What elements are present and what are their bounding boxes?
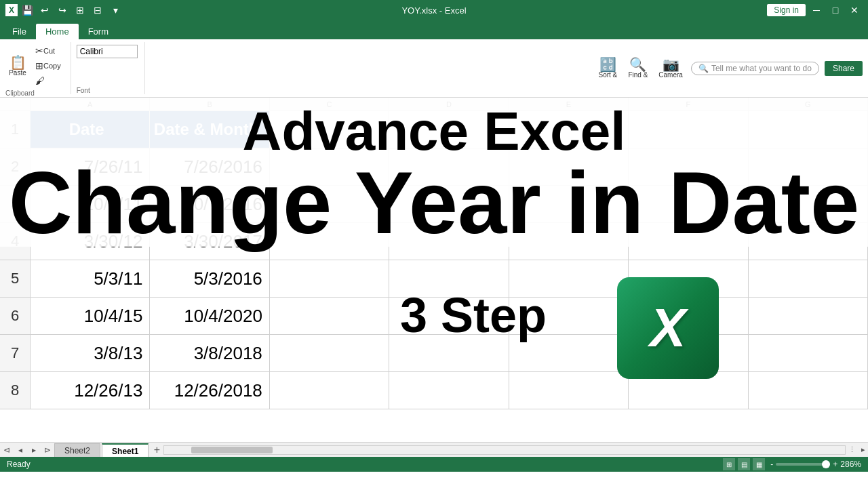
- zoom-slider-track[interactable]: [776, 463, 830, 466]
- row-number: 7: [0, 335, 31, 371]
- scroll-right[interactable]: ▸: [859, 445, 868, 454]
- table-cell[interactable]: [389, 186, 509, 222]
- table-cell[interactable]: 3/30/2017: [150, 223, 269, 260]
- table-cell[interactable]: [749, 335, 868, 371]
- page-layout-view-icon[interactable]: ▤: [738, 458, 750, 470]
- table-cell[interactable]: [509, 372, 629, 409]
- table-cell[interactable]: [270, 298, 389, 334]
- page-break-view-icon[interactable]: ▦: [753, 458, 765, 470]
- prev-sheet-arrow[interactable]: ◂: [14, 443, 27, 457]
- next-sheet-arrow[interactable]: ▸: [27, 443, 41, 457]
- status-bar: Ready ⊞ ▤ ▦ - + 286%: [0, 457, 868, 472]
- table-cell[interactable]: 10/7/11: [31, 186, 150, 222]
- table-cell[interactable]: 12/26/13: [31, 372, 150, 409]
- table-cell[interactable]: [629, 111, 748, 148]
- table-cell[interactable]: 12/26/2018: [150, 372, 269, 409]
- table-cell[interactable]: [749, 260, 868, 297]
- table-cell[interactable]: [270, 186, 389, 222]
- table-cell[interactable]: [509, 223, 629, 260]
- table-cell[interactable]: 10/4/15: [31, 298, 150, 334]
- table-cell[interactable]: 5/3/2016: [150, 260, 269, 297]
- tab-sheet2[interactable]: Sheet2: [54, 443, 100, 457]
- sheet-rows: 1DateDate & Month27/26/117/26/2016310/7/…: [0, 111, 868, 442]
- col-header-c: C: [270, 98, 389, 110]
- table-cell[interactable]: [270, 335, 389, 371]
- table-cell[interactable]: 7/26/2016: [150, 148, 269, 185]
- sort-button[interactable]: 🔡 Sort &: [595, 56, 620, 80]
- tab-file[interactable]: File: [3, 24, 36, 39]
- insert-chart-icon[interactable]: ⊟: [91, 3, 104, 17]
- table-cell[interactable]: 10/4/2020: [150, 298, 269, 334]
- table-cell[interactable]: [389, 223, 509, 260]
- table-cell[interactable]: 3/8/13: [31, 335, 150, 371]
- paste-icon: 📋: [9, 56, 26, 69]
- table-cell[interactable]: [629, 223, 748, 260]
- format-painter-button[interactable]: 🖌: [33, 75, 64, 87]
- table-cell[interactable]: [749, 223, 868, 260]
- table-cell[interactable]: 10/7/2016: [150, 186, 269, 222]
- table-cell[interactable]: [270, 372, 389, 409]
- table-cell[interactable]: [749, 148, 868, 185]
- minimize-button[interactable]: ─: [808, 2, 825, 18]
- table-cell[interactable]: [509, 148, 629, 185]
- table-cell[interactable]: 5/3/11: [31, 260, 150, 297]
- share-button[interactable]: Share: [825, 61, 863, 76]
- table-cell[interactable]: [749, 298, 868, 334]
- close-button[interactable]: ✕: [846, 2, 863, 18]
- column-headers: A B C D E F G: [0, 98, 868, 111]
- table-cell[interactable]: [509, 186, 629, 222]
- sheet-tab-bar: ⊲ ◂ ▸ ⊳ Sheet2 Sheet1 + ⋮ ▸: [0, 442, 868, 457]
- table-cell[interactable]: Date: [31, 111, 150, 148]
- insert-table-icon[interactable]: ⊞: [73, 3, 87, 17]
- table-cell[interactable]: 3/8/2018: [150, 335, 269, 371]
- add-sheet-button[interactable]: +: [150, 443, 163, 457]
- undo-icon[interactable]: ↩: [38, 3, 52, 17]
- table-cell[interactable]: [389, 372, 509, 409]
- table-cell[interactable]: 3/30/12: [31, 223, 150, 260]
- camera-button[interactable]: 📷 Camera: [656, 56, 686, 80]
- font-label: Font: [77, 84, 90, 94]
- first-sheet-arrow[interactable]: ⊲: [0, 443, 14, 457]
- table-cell[interactable]: [629, 186, 748, 222]
- cut-button[interactable]: ✂ Cut: [33, 45, 64, 57]
- quick-access-dropdown[interactable]: ▾: [108, 3, 122, 17]
- table-cell[interactable]: [389, 148, 509, 185]
- table-cell[interactable]: [270, 260, 389, 297]
- font-name-input[interactable]: [77, 45, 138, 58]
- table-cell[interactable]: [749, 372, 868, 409]
- tab-home[interactable]: Home: [36, 24, 79, 39]
- table-cell[interactable]: Date & Month: [150, 111, 269, 148]
- table-cell[interactable]: 7/26/11: [31, 148, 150, 185]
- table-cell[interactable]: [389, 111, 509, 148]
- tell-me-box[interactable]: 🔍 Tell me what you want to do: [691, 62, 819, 75]
- table-cell[interactable]: [749, 111, 868, 148]
- save-icon[interactable]: 💾: [20, 3, 34, 17]
- zoom-minus-button[interactable]: -: [770, 460, 773, 469]
- redo-icon[interactable]: ↪: [56, 3, 69, 17]
- copy-button[interactable]: ⊞ Copy: [33, 60, 64, 72]
- table-cell[interactable]: [509, 111, 629, 148]
- ready-status: Ready: [7, 460, 31, 469]
- find-button[interactable]: 🔍 Find &: [625, 56, 650, 80]
- horizontal-scroll-area: [163, 445, 846, 455]
- col-header-e: E: [509, 98, 629, 110]
- table-cell[interactable]: [749, 186, 868, 222]
- table-cell[interactable]: [270, 111, 389, 148]
- table-cell[interactable]: [629, 148, 748, 185]
- normal-view-icon[interactable]: ⊞: [723, 458, 735, 470]
- three-step-text: 3 Step: [400, 287, 547, 343]
- table-cell[interactable]: [270, 148, 389, 185]
- last-sheet-arrow[interactable]: ⊳: [41, 443, 54, 457]
- zoom-plus-button[interactable]: +: [833, 460, 837, 469]
- table-row: 1DateDate & Month: [0, 111, 868, 148]
- tab-sheet1[interactable]: Sheet1: [102, 443, 149, 457]
- row-num-header: [0, 98, 31, 110]
- tab-form[interactable]: Form: [79, 24, 118, 39]
- row-number: 3: [0, 186, 31, 222]
- horizontal-scrollbar[interactable]: [163, 445, 846, 455]
- paste-button[interactable]: 📋 Paste: [5, 54, 30, 78]
- search-icon: 🔍: [698, 64, 709, 73]
- signin-button[interactable]: Sign in: [767, 4, 806, 16]
- table-cell[interactable]: [270, 223, 389, 260]
- maximize-button[interactable]: □: [827, 2, 844, 18]
